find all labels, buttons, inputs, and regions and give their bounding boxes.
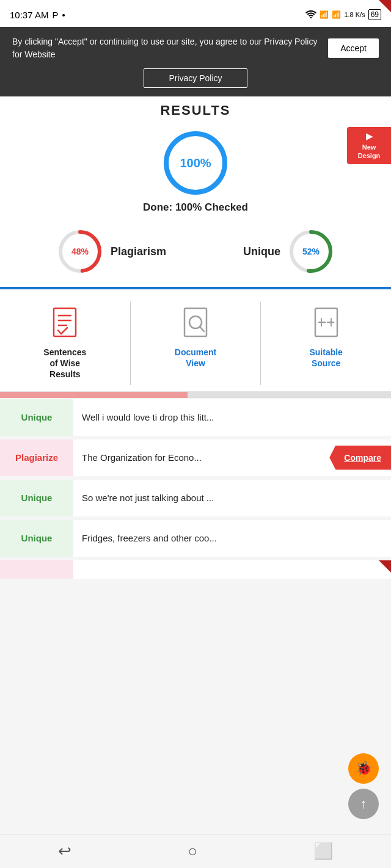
progress-section: ▶ New Design 100% Done: 100% Checked: [0, 121, 391, 219]
badge-label: Unique: [21, 533, 53, 543]
bottom-nav: ↩ ○ ⬜: [0, 834, 391, 868]
plag-progress: [0, 392, 188, 398]
tab-sentences-label: Sentencesof WiseResults: [43, 347, 86, 380]
result-row: Unique Well i would love ti drop this li…: [0, 399, 391, 436]
result-text: Well i would love ti drop this litt...: [73, 399, 391, 436]
yt-button-label: New Design: [358, 143, 381, 159]
compare-button[interactable]: Compare: [329, 446, 391, 470]
unique-progress: [188, 392, 391, 398]
youtube-icon: ▶: [352, 131, 386, 142]
result-text: So we're not just talking about ...: [73, 480, 391, 516]
home-nav-button[interactable]: ○: [173, 837, 212, 866]
plagiarism-ring: 48%: [57, 228, 103, 275]
wifi-icon: [305, 10, 316, 20]
result-row: Unique Fridges, freezers and other coo..…: [0, 520, 391, 557]
results-header: RESULTS: [0, 96, 391, 121]
list-progress-bar: [0, 392, 391, 398]
badge-label: Plagiarize: [15, 452, 58, 463]
status-icons: 📶 📶 1.8 K/s 69: [305, 9, 381, 20]
source-icon: [310, 306, 342, 342]
result-row-partial: [0, 560, 391, 579]
status-time: 10:37 AM P •: [10, 10, 65, 20]
results-title: RESULTS: [160, 103, 230, 118]
plagiarism-stat: 48% Plagiarism: [57, 228, 166, 275]
signal-icon-1: 📶: [320, 10, 329, 19]
privacy-policy-button[interactable]: Privacy Policy: [144, 68, 247, 88]
notification-dot: •: [62, 10, 65, 20]
youtube-new-design-button[interactable]: ▶ New Design: [347, 127, 391, 164]
badge-label: Unique: [21, 412, 53, 422]
view-tabs: Sentencesof WiseResults DocumentView: [0, 289, 391, 392]
unique-ring: 52%: [288, 228, 334, 275]
progress-percent: 100%: [180, 156, 211, 170]
partial-corner-arrow: [379, 560, 391, 573]
unique-badge: Unique: [0, 399, 73, 436]
plagiarize-badge: Plagiarize: [0, 439, 73, 476]
svg-rect-10: [185, 308, 206, 336]
plagiarism-percent: 48%: [71, 247, 89, 256]
recent-nav-button[interactable]: ⬜: [299, 837, 348, 866]
home-icon: ○: [188, 842, 197, 860]
data-speed: 1.8 K/s: [344, 11, 365, 18]
result-row: Plagiarize The Organization for Econo...…: [0, 439, 391, 476]
unique-percent: 52%: [302, 247, 320, 256]
scroll-up-fab-button[interactable]: ↑: [348, 789, 379, 819]
document-icon: [180, 306, 211, 342]
up-arrow-icon: ↑: [360, 796, 367, 812]
partial-content: [73, 560, 391, 579]
carrier-indicator: P: [52, 10, 58, 20]
time-display: 10:37 AM: [10, 10, 48, 20]
badge-label: Unique: [21, 493, 53, 503]
stats-row: 48% Plagiarism Unique 52%: [0, 219, 391, 281]
signal-icon-2: 📶: [332, 10, 341, 19]
floating-buttons: 🐞 ↑: [348, 753, 379, 819]
unique-stat: Unique 52%: [243, 228, 334, 275]
main-content: RESULTS ▶ New Design 100% Done: 100% Che…: [0, 96, 391, 579]
tab-source-label: SuitableSource: [309, 347, 342, 369]
svg-rect-6: [54, 308, 76, 336]
back-nav-button[interactable]: ↩: [43, 837, 86, 866]
corner-arrow: [379, 0, 391, 12]
bug-fab-button[interactable]: 🐞: [348, 753, 379, 784]
unique-label: Unique: [243, 245, 280, 258]
status-bar: 10:37 AM P • 📶 📶 1.8 K/s 69: [0, 0, 391, 27]
result-text: Fridges, freezers and other coo...: [73, 520, 391, 557]
cookie-banner-text: By clicking "Accept" or continuing to us…: [12, 35, 323, 61]
sentences-icon: [49, 306, 81, 342]
tab-document[interactable]: DocumentView: [131, 302, 261, 385]
result-row: Unique So we're not just talking about .…: [0, 480, 391, 516]
unique-badge: Unique: [0, 480, 73, 516]
main-progress-ring: 100%: [162, 129, 229, 197]
back-icon: ↩: [58, 842, 71, 860]
unique-badge: Unique: [0, 520, 73, 557]
svg-line-12: [200, 327, 204, 331]
partial-badge: [0, 560, 73, 579]
tab-source[interactable]: SuitableSource: [261, 302, 391, 385]
bug-icon: 🐞: [356, 761, 372, 776]
tab-sentences[interactable]: Sentencesof WiseResults: [0, 302, 131, 385]
recent-icon: ⬜: [313, 842, 333, 860]
plagiarism-label: Plagiarism: [111, 245, 166, 258]
accept-button[interactable]: Accept: [328, 38, 379, 58]
cookie-banner: By clicking "Accept" or continuing to us…: [0, 27, 391, 96]
done-text: Done: 100% Checked: [143, 201, 248, 214]
tab-document-label: DocumentView: [175, 347, 216, 369]
battery-level: 69: [371, 10, 379, 19]
results-list: Unique Well i would love ti drop this li…: [0, 392, 391, 579]
